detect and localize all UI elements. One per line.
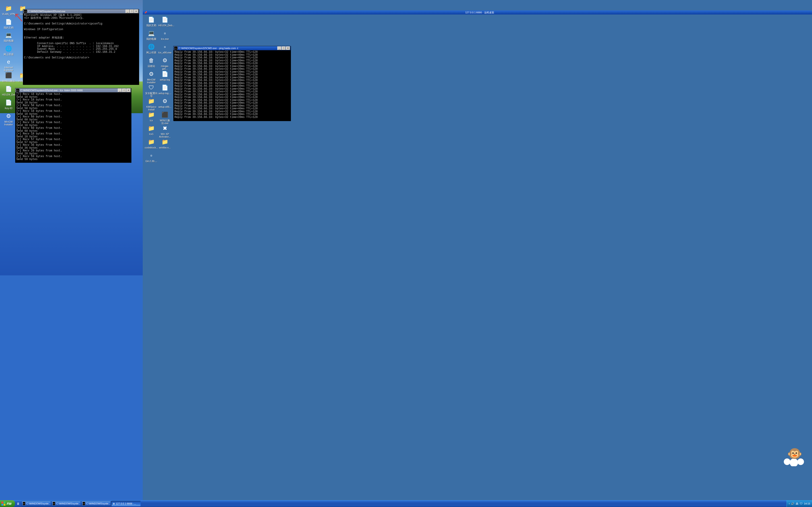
icon-label: Internet Explorer bbox=[2, 66, 15, 71]
icon-glyph: 📁 bbox=[148, 111, 155, 119]
icon-label: 网上邻居 bbox=[145, 51, 158, 54]
minimize-button[interactable]: _ bbox=[277, 46, 282, 50]
rdp-icon-WIN11-exe[interactable]: ⬛WIN11激活.exe bbox=[158, 111, 172, 124]
desktop-icon-Key-ID[interactable]: 📄Key-ID bbox=[2, 99, 15, 110]
icon-glyph: 💻 bbox=[5, 31, 12, 39]
icon-glyph: 📄 bbox=[5, 18, 12, 26]
cmd2-output: [+] Recv 18 bytes from host. Send 18 byt… bbox=[15, 92, 131, 162]
rdp-icon-Git-2-39-[interactable]: ▫Git-2.39.... bbox=[145, 152, 158, 163]
cmd-window-ipconfig[interactable]: C:\ C:\WINDOWS\system32\cmd.exe _ □ ✕ Mi… bbox=[23, 9, 139, 84]
cmd2-title: C:\WINDOWS\system32\cmd.exe - lcx -liste… bbox=[20, 89, 118, 92]
desktop-icon--[interactable]: 💻我的电脑 bbox=[2, 31, 15, 42]
rdp-icon-KMSpico-Install[interactable]: 📁KMSpico Install bbox=[145, 97, 158, 111]
icon-label: WIN11激活.exe bbox=[158, 119, 172, 124]
icon-label: mingw-get... bbox=[158, 65, 172, 70]
icon-glyph: 📁 bbox=[148, 124, 155, 132]
icon-label: MinGW Installer bbox=[2, 120, 15, 126]
desktop-icon-HEU24_Debug[interactable]: 📄HEU24_Debug bbox=[2, 85, 15, 96]
icon-label: 我的文档 bbox=[145, 24, 158, 27]
icon-glyph: 📁 bbox=[5, 5, 12, 12]
icon-label: lcx_x86.exe bbox=[158, 51, 172, 54]
rdp-icon-setup-log[interactable]: 📄setup.log bbox=[158, 70, 172, 81]
cmd-icon: C:\ bbox=[16, 89, 19, 92]
icon-label: Key-ID bbox=[2, 107, 15, 110]
cmd1-output: Microsoft Windows XP [版本 5.1.2600] <C> 版… bbox=[23, 13, 139, 84]
close-button[interactable]: ✕ bbox=[134, 9, 138, 13]
icon-glyph: ▫ bbox=[161, 30, 169, 37]
icon-label: KMSpico Install bbox=[145, 106, 158, 111]
rdp-icon-HEU24_Deb-[interactable]: 📄HEU24_Deb... bbox=[158, 16, 172, 27]
icon-glyph: e bbox=[5, 58, 12, 66]
cmd-window-ping[interactable]: C:\ C:\WINDOWS\system32\CMD.exe - ping b… bbox=[173, 46, 291, 121]
icon-label: 我的文档 bbox=[2, 26, 15, 29]
icon-label: lcx.exe bbox=[158, 38, 172, 40]
rdp-icon-codeblock-[interactable]: 📁codeblock... bbox=[145, 138, 158, 149]
icon-glyph: ⬛ bbox=[5, 71, 12, 79]
rdp-icon--[interactable]: 🛡安全配置向导 bbox=[145, 84, 158, 97]
rdp-icon-lcx-exe[interactable]: ▫lcx.exe bbox=[158, 30, 172, 40]
rdp-icon-Win-XP-Activator-[interactable]: ✖Win XP Activator... bbox=[158, 124, 172, 138]
icon-label: codeblock... bbox=[145, 146, 158, 149]
desktop-icon-Internet-Explorer[interactable]: eInternet Explorer bbox=[2, 58, 15, 71]
rdp-icon-lcx[interactable]: 📁lcx bbox=[145, 111, 158, 122]
icon-glyph: 📁 bbox=[148, 97, 155, 105]
rdp-icon-lcx1[interactable]: 📁lcx1 bbox=[145, 124, 158, 135]
icon-glyph: 💻 bbox=[148, 30, 155, 37]
icon-label: 安全配置向导 bbox=[145, 92, 158, 97]
rdp-icon-MinGW-Installer[interactable]: ⚙MinGW Installer bbox=[145, 70, 158, 84]
maximize-button[interactable]: □ bbox=[122, 89, 126, 92]
rdp-icon-setup-x86-[interactable]: ⚙setup-x86... bbox=[158, 97, 172, 108]
icon-glyph: ⚙ bbox=[161, 97, 169, 105]
desktop-icon-VLAN_VPN[interactable]: 📁VLAN_VPN bbox=[2, 5, 15, 15]
icon-glyph: ✖ bbox=[161, 124, 169, 132]
close-button[interactable]: ✕ bbox=[126, 89, 131, 92]
cmd3-output: Reply from 39.156.66.10: bytes=32 time=4… bbox=[173, 50, 291, 121]
cmd1-titlebar[interactable]: C:\ C:\WINDOWS\system32\cmd.exe _ □ ✕ bbox=[23, 9, 139, 13]
maximize-button[interactable]: □ bbox=[282, 46, 286, 50]
icon-label: 我的电脑 bbox=[145, 38, 158, 40]
cmd-icon: C:\ bbox=[174, 46, 177, 50]
desktop-icon--[interactable]: 📄我的文档 bbox=[2, 18, 15, 29]
icon-glyph: 📁 bbox=[161, 138, 169, 146]
icon-label: setup.log bbox=[158, 78, 172, 81]
icon-label: 网上邻居 bbox=[2, 53, 15, 56]
desktop-icon-WIN11-[interactable]: ⬛WIN11激活 bbox=[2, 71, 15, 82]
rdp-pin-icon[interactable]: 📌 bbox=[144, 10, 147, 14]
cmd3-title: C:\WINDOWS\system32\CMD.exe - ping baidu… bbox=[179, 47, 277, 50]
icon-label: lcx1 bbox=[145, 133, 158, 135]
rdp-icon-lcx_x86-exe[interactable]: ▫lcx_x86.exe bbox=[158, 43, 172, 54]
icon-glyph: 🛡 bbox=[148, 84, 155, 92]
cmd3-titlebar[interactable]: C:\ C:\WINDOWS\system32\CMD.exe - ping b… bbox=[173, 46, 291, 50]
cmd-icon: C:\ bbox=[23, 9, 27, 13]
icon-label: winlibs-x... bbox=[158, 146, 172, 149]
icon-glyph: 📄 bbox=[161, 70, 169, 78]
icon-label: 回收站 bbox=[145, 65, 158, 67]
icon-label: 我的电脑 bbox=[2, 39, 15, 42]
rdp-icon--[interactable]: 🗑回收站 bbox=[145, 57, 158, 67]
icon-glyph: 📄 bbox=[161, 16, 169, 23]
minimize-button[interactable]: _ bbox=[125, 9, 130, 13]
icon-label: Win XP Activator... bbox=[158, 133, 172, 138]
icon-glyph: 🌐 bbox=[148, 43, 155, 51]
cmd-window-lcx[interactable]: C:\ C:\WINDOWS\system32\cmd.exe - lcx -l… bbox=[15, 88, 131, 163]
rdp-icon--[interactable]: 🌐网上邻居 bbox=[145, 43, 158, 54]
icon-glyph: 📄 bbox=[5, 99, 12, 106]
rdp-icon--[interactable]: 📄我的文档 bbox=[145, 16, 158, 27]
icon-glyph: 🗑 bbox=[148, 57, 155, 64]
minimize-button[interactable]: _ bbox=[118, 89, 122, 92]
close-button[interactable]: ✕ bbox=[286, 46, 290, 50]
maximize-button[interactable]: □ bbox=[130, 9, 134, 13]
rdp-icon--[interactable]: 💻我的电脑 bbox=[145, 30, 158, 40]
icon-label: lcx bbox=[145, 119, 158, 122]
icon-label: setup-x86... bbox=[158, 106, 172, 108]
rdp-icon-winlibs-x-[interactable]: 📁winlibs-x... bbox=[158, 138, 172, 149]
icon-label: HEU24_Deb... bbox=[158, 24, 172, 27]
icon-glyph: 📁 bbox=[148, 138, 155, 146]
rdp-icon-setup-log-[interactable]: 📄setup.log.... bbox=[158, 84, 172, 95]
rdp-titlebar[interactable]: 📌 127.0.0.1:6666 - 远程桌面 bbox=[143, 10, 326, 14]
desktop-icon-MinGW-Installer[interactable]: ⚙MinGW Installer bbox=[2, 112, 15, 126]
icon-glyph: 📄 bbox=[5, 85, 12, 93]
rdp-icon-mingw-get-[interactable]: ⚙mingw-get... bbox=[158, 57, 172, 70]
desktop-icon--[interactable]: 🌐网上邻居 bbox=[2, 45, 15, 56]
cmd2-titlebar[interactable]: C:\ C:\WINDOWS\system32\cmd.exe - lcx -l… bbox=[15, 88, 131, 92]
